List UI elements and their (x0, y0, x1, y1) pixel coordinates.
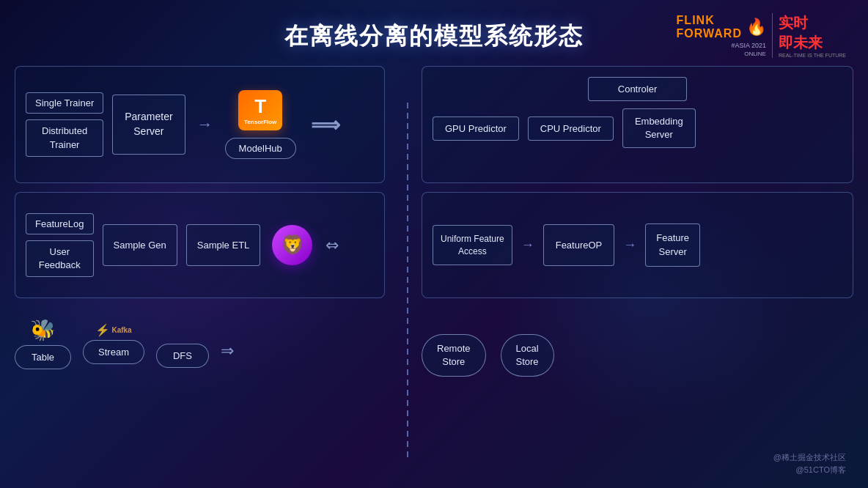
feature-arrow-2: → (623, 237, 636, 253)
right-side: Controler GPU Predictor CPU Predictor Em… (400, 66, 853, 473)
feature-op-node: FeatureOP (543, 224, 615, 266)
sample-gen-node: Sample Gen (103, 224, 177, 266)
tagline-label: REAL-TIME IS THE FUTURE (779, 53, 846, 58)
remote-store-node: RemoteStore (422, 334, 486, 377)
cpu-predictor-node: CPU Predictor (528, 117, 614, 141)
table-node: Table (15, 345, 71, 369)
sample-left-group: FeatureLog UserFeedback (26, 213, 94, 277)
training-to-right-arrow: ⟹ (311, 113, 340, 137)
parameter-server-node: ParameterServer (112, 95, 185, 154)
online-label: ONLINE (744, 51, 766, 57)
main-content: Single Trainer DistributedTrainer Parame… (15, 66, 853, 473)
hive-icon: 🐝 (30, 318, 56, 342)
left-side: Single Trainer DistributedTrainer Parame… (15, 66, 400, 473)
flink-forward-logo: FLINKFORWARD (677, 14, 742, 40)
logo-area: FLINKFORWARD 🔥 #ASIA 2021 ONLINE 实时 即未来 … (677, 13, 846, 58)
training-panel: Single Trainer DistributedTrainer Parame… (15, 66, 385, 183)
modelhub-area: T TensorFlow ModelHub (225, 90, 296, 159)
trainer-group: Single Trainer DistributedTrainer (26, 92, 103, 156)
single-trainer-node: Single Trainer (26, 92, 103, 114)
training-arrow: → (197, 115, 213, 134)
realtime-label: 实时 (779, 13, 846, 33)
feature-server-node: FeatureServer (645, 223, 700, 266)
dfs-source: DFS (156, 320, 209, 368)
table-source: 🐝 Table (15, 318, 71, 369)
watermark: @稀土掘金技术社区 @51CTO博客 (773, 451, 846, 477)
feature-arrow-1: → (521, 237, 534, 253)
feature-log-node: FeatureLog (26, 213, 94, 234)
sample-panel: FeatureLog UserFeedback Sample Gen Sampl… (15, 192, 385, 298)
distributed-trainer-node: DistributedTrainer (26, 119, 103, 156)
sample-etl-node: Sample ETL (186, 224, 261, 266)
controller-node: Controler (588, 77, 687, 101)
sample-icon-decoration: 🦁 (272, 225, 312, 265)
watermark-line2: @51CTO博客 (773, 464, 846, 477)
stream-source: ⚡Kafka Stream (83, 323, 144, 364)
datasource-to-right-arrow: ⇒ (221, 341, 234, 361)
remote-store-item: RemoteStore (422, 311, 486, 377)
feature-panel: Uniform FeatureAccess → FeatureOP → Feat… (422, 192, 853, 298)
stream-node: Stream (83, 340, 144, 364)
tensorflow-icon: T TensorFlow (238, 90, 282, 130)
future-label: 即未来 (779, 33, 846, 53)
data-sources-row: 🐝 Table ⚡Kafka Stream DFS ⇒ (15, 307, 385, 380)
gpu-predictor-node: GPU Predictor (433, 117, 519, 141)
user-feedback-node: UserFeedback (26, 240, 94, 277)
modelhub-node: ModelHub (225, 138, 296, 159)
watermark-line1: @稀土掘金技术社区 (773, 451, 846, 465)
asia-label: #ASIA 2021 (731, 42, 766, 49)
prediction-panel: Controler GPU Predictor CPU Predictor Em… (422, 66, 853, 183)
local-store-item: LocalStore (501, 311, 554, 377)
uniform-feature-access-node: Uniform FeatureAccess (433, 225, 512, 266)
local-store-node: LocalStore (501, 334, 554, 377)
kafka-icon: ⚡Kafka (95, 323, 131, 337)
store-section: RemoteStore LocalStore (422, 307, 853, 380)
sample-to-right-arrow: ⇔ (326, 236, 339, 255)
embedding-server-node: EmbeddingServer (622, 108, 696, 148)
dfs-node: DFS (156, 344, 209, 368)
